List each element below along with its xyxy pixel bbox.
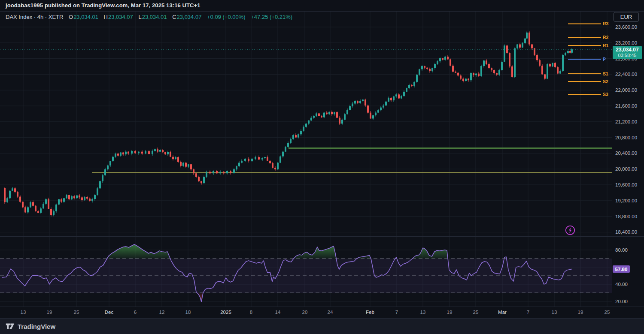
low-label: L (138, 14, 141, 20)
time-axis-label: 7 (395, 310, 398, 315)
rsi-value-badge: 57.80 (613, 265, 630, 273)
close-label: C (172, 14, 176, 20)
time-axis-label: 25 (74, 310, 79, 315)
pivot-levels: R3R2R1PS1S2S3 (568, 21, 609, 97)
publish-info-text: joodabas1995 published on TradingView.co… (6, 2, 200, 9)
price-axis-label: 18,800.00 (615, 214, 637, 219)
time-axis-label: 13 (21, 310, 26, 315)
price-axis-label: 23,200.00 (615, 40, 637, 45)
pivot-label-S2: S2 (603, 79, 608, 84)
publish-header: joodabas1995 published on TradingView.co… (0, 0, 644, 12)
price-axis-label: 20,000.00 (615, 166, 637, 172)
time-axis-label: 25 (473, 310, 479, 315)
time-axis-label: 20 (302, 310, 308, 315)
tradingview-logo-icon (6, 322, 15, 330)
price-axis-label: 19,600.00 (615, 182, 637, 187)
time-axis-label: 25 (605, 310, 610, 315)
time-axis-label: 24 (328, 310, 333, 315)
price-axis-label: 22,000.00 (615, 87, 637, 93)
tradingview-published-chart: R3R2R1PS1S2S3 joodabas1995 published on … (0, 0, 644, 334)
pivot-label-R2: R2 (603, 35, 609, 40)
time-axis-label: 2025 (220, 310, 231, 315)
open-value: 23,034.01 (73, 14, 98, 20)
rsi-axis-label: 80.00 (615, 247, 628, 253)
time-axis-label: 14 (275, 310, 281, 315)
pivot-label-S1: S1 (603, 71, 608, 76)
tradingview-logo[interactable]: TradingView (6, 322, 55, 330)
last-price-value: 23,034.07 (613, 47, 642, 53)
time-axis-label: 7 (527, 310, 529, 315)
price-axis-label: 18,400.00 (615, 229, 637, 235)
symbol-legend: DAX Index · 4h · XETR O23,034.01 H23,034… (6, 14, 296, 20)
lightning-icon[interactable] (565, 225, 576, 236)
time-axis-label: 13 (420, 310, 426, 315)
price-axis-label: 20,800.00 (615, 135, 637, 140)
currency-button[interactable]: EUR (614, 12, 639, 22)
high-label: H (104, 14, 108, 20)
footer-bar: TradingView (0, 318, 644, 334)
last-price-badge: 23,034.07 03:58:45 (613, 46, 642, 59)
price-scale-border (612, 11, 612, 307)
price-axis-label: 22,400.00 (615, 72, 637, 77)
pivot-label-R1: R1 (603, 43, 609, 48)
change-value: +0.09 (+0.00%) (207, 14, 246, 20)
time-axis-label: 6 (134, 310, 137, 315)
price-axis-label: 20,400.00 (615, 150, 637, 156)
price-axis-label: 19,200.00 (615, 198, 637, 203)
time-axis-border (0, 307, 644, 307)
time-axis-label: Feb (366, 310, 374, 315)
time-axis-label: 19 (447, 310, 453, 315)
time-axis-label: Mar (498, 310, 507, 315)
change-extended-value: +47.25 (+0.21%) (251, 14, 292, 20)
pivot-label-P: P (603, 57, 606, 62)
tradingview-logo-text: TradingView (18, 323, 55, 330)
close-value: 23,034.07 (177, 14, 202, 20)
time-axis-label: 8 (250, 310, 252, 315)
pane-separator[interactable] (0, 236, 644, 237)
bar-countdown: 03:58:45 (613, 53, 642, 58)
time-axis-label: 18 (185, 310, 191, 315)
time-axis-label: Dec (105, 310, 113, 315)
time-axis-label: 13 (552, 310, 557, 315)
rsi-axis-label: 20.00 (615, 299, 628, 304)
pivot-label-R3: R3 (603, 21, 609, 26)
open-label: O (69, 14, 73, 20)
rsi-axis-label: 40.00 (615, 282, 628, 287)
price-axis-label: 21,600.00 (615, 103, 637, 108)
price-axis-label: 21,200.00 (615, 119, 637, 124)
high-value: 23,034.07 (108, 14, 133, 20)
low-value: 23,034.01 (142, 14, 167, 20)
symbol-title[interactable]: DAX Index · 4h · XETR (6, 14, 63, 20)
price-axis-label: 23,600.00 (615, 24, 637, 30)
chart-canvas[interactable]: R3R2R1PS1S2S3 (0, 0, 644, 334)
time-axis-label: 19 (578, 310, 583, 315)
time-axis-label: 19 (47, 310, 52, 315)
candles-layer (4, 31, 573, 217)
pivot-label-S3: S3 (603, 92, 608, 97)
time-axis-label: 12 (159, 310, 165, 315)
lightning-bolt-glyph (565, 225, 576, 236)
